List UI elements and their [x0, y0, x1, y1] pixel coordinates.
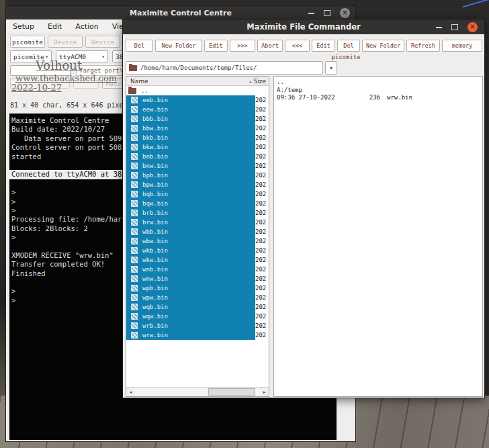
remote-new-folder-button[interactable]: New Folder: [362, 40, 404, 52]
remote-parent-dir[interactable]: ..: [277, 79, 480, 87]
minimize-icon[interactable]: [308, 12, 314, 14]
file-row[interactable]: brb.bin 202: [126, 208, 269, 218]
scroll-right-icon[interactable]: ▸: [260, 388, 269, 396]
menu-edit[interactable]: Edit: [48, 22, 62, 31]
menu-action[interactable]: Action: [75, 22, 98, 31]
column-name[interactable]: Name: [130, 78, 148, 85]
tile-icon: [131, 153, 138, 160]
file-row[interactable]: bbb.bin 202: [126, 114, 269, 124]
minimize-icon[interactable]: [436, 26, 442, 28]
close-icon[interactable]: ×: [468, 22, 478, 32]
file-size: 202: [255, 247, 269, 254]
scrollbar-thumb[interactable]: [208, 388, 255, 396]
device-button-3[interactable]: Device: [85, 36, 120, 48]
parent-dir-row[interactable]: ..: [126, 86, 269, 95]
file-row[interactable]: wkw.bin 202: [126, 255, 269, 265]
tile-icon: [131, 266, 138, 273]
tile-icon: [131, 313, 138, 320]
file-name: wbb.bin: [142, 228, 168, 235]
tile-icon: [131, 191, 138, 197]
device-button-picomite[interactable]: picomite: [10, 36, 45, 48]
menu-setup[interactable]: Setup: [13, 22, 34, 31]
local-path-combo[interactable]: /home/harm/Documents/temp/Tiles/: [126, 61, 323, 75]
file-size: 202: [255, 200, 269, 207]
file-row[interactable]: bkb.bin 202: [126, 133, 269, 142]
remote-file-panel[interactable]: .. A:/temp 09:36 27-10-2022 236 wrw.bin: [273, 76, 483, 397]
file-name: bpw.bin: [142, 181, 168, 188]
file-size: 202: [255, 97, 269, 103]
watermark-date: 2022-10-27: [11, 83, 62, 93]
tile-icon: [131, 163, 138, 169]
copy-right-button[interactable]: >>>: [230, 40, 255, 52]
file-row[interactable]: wqb.bin 202: [126, 302, 269, 312]
tile-icon: [131, 238, 138, 244]
tile-icon: [131, 304, 138, 310]
file-row[interactable]: bpb.bin 202: [126, 171, 269, 180]
remote-file-row[interactable]: 09:36 27-10-2022 236 wrw.bin: [277, 94, 480, 102]
remote-del-button[interactable]: Del: [337, 40, 360, 52]
file-row[interactable]: wbw.bin 202: [126, 236, 269, 246]
abort-button[interactable]: Abort: [257, 40, 283, 52]
file-commander-titlebar[interactable]: Maximite File Commander ×: [123, 19, 484, 34]
file-name: bbb.bin: [142, 116, 168, 122]
sort-arrow-icon: ▴: [249, 79, 252, 84]
horizontal-scrollbar[interactable]: ◂ ▸: [126, 387, 269, 396]
scroll-left-icon[interactable]: ◂: [126, 388, 135, 396]
file-size: 202: [255, 332, 269, 339]
local-edit-button[interactable]: Edit: [204, 40, 228, 52]
file-row[interactable]: bbw.bin 202: [126, 124, 269, 133]
column-size[interactable]: Size: [254, 78, 266, 85]
control-centre-titlebar[interactable]: Maximite Control Centre ×: [6, 6, 355, 19]
local-file-panel[interactable]: Name ▴ Size .. eeb.bin 202: [126, 76, 269, 397]
file-row[interactable]: bnb.bin 202: [126, 152, 269, 161]
file-row[interactable]: wrw.bin 202: [126, 330, 269, 340]
tile-icon: [131, 275, 138, 282]
tile-icon: [131, 97, 138, 103]
file-row[interactable]: eew.bin 202: [126, 105, 269, 114]
tile-icon: [131, 134, 138, 141]
file-row[interactable]: wrb.bin 202: [126, 321, 269, 330]
control-centre-title: Maximite Control Centre: [130, 9, 232, 17]
file-name: wkw.bin: [142, 257, 168, 263]
copy-left-button[interactable]: <<<: [285, 40, 310, 52]
memory-button[interactable]: memory: [442, 40, 482, 52]
maximize-icon[interactable]: [451, 24, 458, 30]
close-icon[interactable]: ×: [340, 8, 350, 18]
file-name: bnw.bin: [142, 163, 168, 169]
tile-icon: [131, 257, 138, 263]
file-row[interactable]: wkb.bin 202: [126, 246, 269, 255]
file-name: wpb.bin: [142, 285, 168, 292]
file-row[interactable]: bkw.bin 202: [126, 142, 269, 152]
local-del-button[interactable]: Del: [126, 40, 153, 52]
file-row[interactable]: wbb.bin 202: [126, 227, 269, 236]
file-name: bpb.bin: [142, 172, 168, 179]
file-row[interactable]: eeb.bin 202: [126, 95, 269, 105]
file-name: brw.bin: [142, 219, 168, 226]
file-row[interactable]: bnw.bin 202: [126, 161, 269, 171]
file-size: 202: [255, 172, 269, 179]
file-row[interactable]: wnw.bin 202: [126, 274, 269, 283]
refresh-button[interactable]: Refresh: [406, 40, 440, 52]
file-name: wbw.bin: [142, 238, 168, 244]
file-commander-window[interactable]: Maximite File Commander × Del New Folder…: [122, 19, 485, 398]
folder-icon: [128, 88, 136, 94]
remote-edit-button[interactable]: Edit: [312, 40, 335, 52]
file-list-header[interactable]: Name ▴ Size: [126, 77, 269, 86]
file-size: 202: [255, 275, 269, 282]
file-name: wkb.bin: [142, 247, 168, 254]
file-row[interactable]: wpw.bin 202: [126, 293, 269, 302]
file-row[interactable]: brw.bin 202: [126, 218, 269, 227]
path-dropdown-button[interactable]: ▾: [325, 61, 337, 75]
maximize-icon[interactable]: [324, 10, 330, 16]
scrollbar-track[interactable]: [135, 388, 260, 396]
file-row[interactable]: bqw.bin 202: [126, 199, 269, 208]
file-row[interactable]: bqb.bin 202: [126, 189, 269, 199]
file-name: bqb.bin: [142, 191, 168, 197]
file-row[interactable]: bpw.bin 202: [126, 180, 269, 189]
device-button-2[interactable]: Device: [48, 36, 83, 48]
file-row[interactable]: wpb.bin 202: [126, 283, 269, 293]
file-row[interactable]: wqw.bin 202: [126, 312, 269, 321]
local-new-folder-button[interactable]: New Folder: [155, 40, 202, 52]
tile-icon: [131, 219, 138, 226]
file-row[interactable]: wnb.bin 202: [126, 265, 269, 274]
